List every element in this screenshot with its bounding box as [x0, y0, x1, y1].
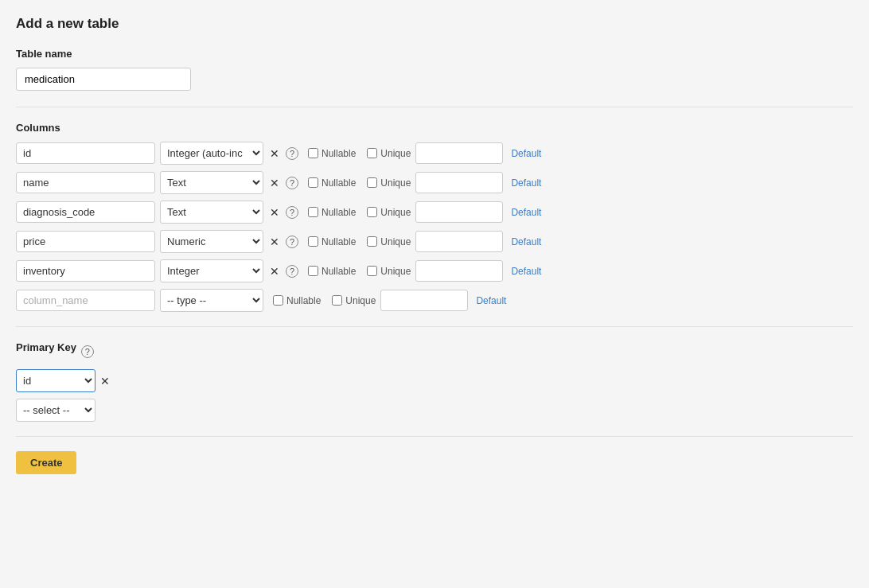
- col-name-diagnosis_code[interactable]: [16, 201, 155, 223]
- col-unique-label-inventory: Unique: [380, 266, 411, 277]
- col-nullable-check-new[interactable]: [273, 295, 283, 306]
- col-default-label-inventory: Default: [511, 266, 541, 277]
- col-help-inventory[interactable]: ?: [286, 265, 298, 278]
- column-row-price: Integer (auto-inc Text Numeric Integer B…: [16, 230, 853, 253]
- col-nullable-label-name: Nullable: [321, 177, 356, 189]
- table-name-input[interactable]: [16, 68, 191, 91]
- col-remove-price[interactable]: ✕: [270, 236, 279, 248]
- col-unique-label-id: Unique: [380, 148, 411, 159]
- col-help-diagnosis_code[interactable]: ?: [286, 206, 298, 219]
- col-remove-inventory[interactable]: ✕: [270, 265, 279, 278]
- col-default-id[interactable]: [415, 142, 503, 164]
- col-nullable-label-inventory: Nullable: [321, 266, 356, 277]
- col-default-new[interactable]: [380, 290, 468, 311]
- col-name-price[interactable]: [16, 231, 155, 252]
- col-name-id[interactable]: [16, 142, 155, 164]
- col-unique-check-price[interactable]: [367, 236, 377, 247]
- table-name-label: Table name: [16, 48, 853, 60]
- col-remove-id[interactable]: ✕: [270, 147, 279, 160]
- col-unique-label-diagnosis_code: Unique: [380, 207, 411, 218]
- col-unique-label-new: Unique: [345, 295, 376, 306]
- primary-key-select[interactable]: id name diagnosis_code price inventory: [16, 369, 95, 392]
- col-unique-check-name[interactable]: [367, 177, 377, 188]
- col-help-price[interactable]: ?: [286, 236, 298, 248]
- col-nullable-label-diagnosis_code: Nullable: [321, 207, 356, 218]
- primary-key-extra-select[interactable]: -- select -- id name diagnosis_code pric…: [16, 399, 95, 422]
- col-default-label-diagnosis_code: Default: [511, 207, 541, 218]
- col-default-label-name: Default: [511, 177, 541, 189]
- col-default-diagnosis_code[interactable]: [415, 201, 503, 223]
- col-name-name[interactable]: [16, 172, 155, 193]
- col-nullable-check-diagnosis_code[interactable]: [308, 207, 318, 217]
- col-default-name[interactable]: [415, 172, 503, 193]
- col-nullable-label-id: Nullable: [321, 148, 356, 159]
- col-nullable-check-price[interactable]: [308, 236, 318, 247]
- col-default-label-id: Default: [511, 148, 541, 159]
- col-nullable-label-price: Nullable: [321, 236, 356, 247]
- page-title: Add a new table: [16, 16, 853, 32]
- col-type-inventory[interactable]: Integer (auto-inc Text Numeric Integer B…: [160, 259, 263, 282]
- col-name-inventory[interactable]: [16, 260, 155, 282]
- col-unique-label-price: Unique: [380, 236, 411, 247]
- col-name-new[interactable]: [16, 290, 155, 311]
- col-type-price[interactable]: Integer (auto-inc Text Numeric Integer B…: [160, 230, 263, 253]
- column-row-name: Integer (auto-inc Text Numeric Integer B…: [16, 171, 853, 194]
- column-row-new: -- type -- Integer (auto-inc Text Numeri…: [16, 289, 853, 312]
- columns-label: Columns: [16, 122, 853, 134]
- col-nullable-check-name[interactable]: [308, 177, 318, 188]
- col-type-id[interactable]: Integer (auto-inc Text Numeric Integer B…: [160, 142, 263, 165]
- col-nullable-check-inventory[interactable]: [308, 266, 318, 276]
- column-row-id: Integer (auto-inc Text Numeric Integer B…: [16, 142, 853, 165]
- col-remove-name[interactable]: ✕: [270, 177, 279, 189]
- col-unique-check-inventory[interactable]: [367, 266, 377, 276]
- col-remove-diagnosis_code[interactable]: ✕: [270, 206, 279, 219]
- primary-key-help-icon[interactable]: ?: [81, 345, 94, 358]
- col-default-label-new: Default: [476, 295, 506, 306]
- col-type-new[interactable]: -- type -- Integer (auto-inc Text Numeri…: [160, 289, 263, 312]
- divider-3: [16, 436, 853, 437]
- col-unique-check-id[interactable]: [367, 148, 377, 158]
- column-row-diagnosis_code: Integer (auto-inc Text Numeric Integer B…: [16, 201, 853, 224]
- col-help-name[interactable]: ?: [286, 177, 298, 189]
- primary-key-label: Primary Key: [16, 341, 76, 353]
- col-unique-check-diagnosis_code[interactable]: [367, 207, 377, 217]
- col-default-price[interactable]: [415, 231, 503, 252]
- col-nullable-check-id[interactable]: [308, 148, 318, 158]
- divider-2: [16, 326, 853, 327]
- col-default-label-price: Default: [511, 236, 541, 247]
- primary-key-remove-icon[interactable]: ✕: [100, 375, 110, 387]
- create-button[interactable]: Create: [16, 451, 76, 474]
- column-row-inventory: Integer (auto-inc Text Numeric Integer B…: [16, 259, 853, 282]
- col-unique-label-name: Unique: [380, 177, 411, 189]
- col-unique-check-new[interactable]: [332, 295, 342, 306]
- col-type-name[interactable]: Integer (auto-inc Text Numeric Integer B…: [160, 171, 263, 194]
- col-default-inventory[interactable]: [415, 260, 503, 282]
- col-nullable-label-new: Nullable: [286, 295, 321, 306]
- col-type-diagnosis_code[interactable]: Integer (auto-inc Text Numeric Integer B…: [160, 201, 263, 224]
- divider-1: [16, 107, 853, 107]
- col-help-id[interactable]: ?: [286, 147, 298, 160]
